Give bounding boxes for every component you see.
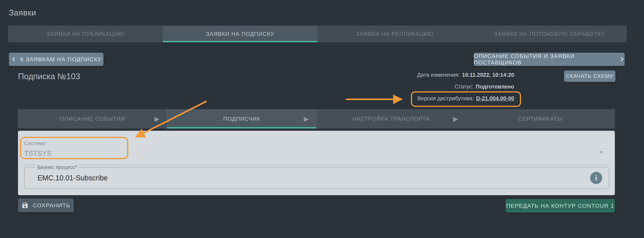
- tab-streaming-requests[interactable]: ЗАЯВКИ НА ПОТОКОВУЮ ОБРАБОТКУ: [472, 26, 627, 42]
- tab-label: ЗАЯВКИ НА ПОДПИСКУ: [206, 31, 274, 37]
- subscriber-form-card: Система* TSTSYS Бизнес процесс* EMC.10.0…: [18, 131, 615, 195]
- next-step-icon: ▶: [154, 115, 160, 122]
- modified-date-row: Дата изменения:10.11.2022, 10:14:20: [417, 72, 514, 78]
- page-title: Заявки: [9, 8, 36, 18]
- status-badge: Подготовлено: [476, 84, 514, 90]
- active-step-indicator: [167, 127, 316, 129]
- step-label: НАСТРОЙКА ТРАНСПОРТА: [352, 116, 430, 122]
- status-label: Статус:: [454, 84, 474, 90]
- tab-replication-requests[interactable]: ЗАЯВКИ НА РЕПЛИКАЦИЮ: [318, 26, 472, 42]
- step-label: СЕРТИФИКАТЫ: [518, 116, 563, 122]
- back-button-label: К ЗАЯВКАМ НА ПОДПИСКУ: [20, 56, 102, 63]
- step-label: ОПИСАНИЕ СОБЫТИЯ: [60, 116, 125, 122]
- tab-label: ЗАЯВКИ НА ПОТОКОВУЮ ОБРАБОТКУ: [494, 31, 605, 37]
- dropdown-arrow-icon[interactable]: [596, 148, 606, 157]
- step-label: ПОДПИСЧИК: [223, 116, 260, 122]
- modified-date-label: Дата изменения:: [417, 72, 460, 78]
- save-button[interactable]: СОХРАНИТЬ: [18, 199, 74, 212]
- active-tab-indicator: [163, 41, 318, 42]
- modified-date-value: 10.11.2022, 10:14:20: [462, 72, 514, 78]
- download-schema-label: СКАЧАТЬ СХЕМУ: [566, 73, 614, 79]
- save-icon: [22, 202, 28, 209]
- system-field-label: Система*: [24, 141, 608, 147]
- download-schema-button[interactable]: СКАЧАТЬ СХЕМУ: [564, 70, 616, 82]
- info-icon[interactable]: i: [590, 172, 602, 184]
- subscriptions-page: Заявки ЗАЯВКИ НА ПУБЛИКАЦИЮ ЗАЯВКИ НА ПО…: [0, 0, 644, 238]
- chevron-left-icon: [11, 56, 16, 62]
- back-to-subscriptions-button[interactable]: К ЗАЯВКАМ НА ПОДПИСКУ: [9, 53, 104, 66]
- tab-label: ЗАЯВКИ НА РЕПЛИКАЦИЮ: [356, 31, 434, 37]
- tab-label: ЗАЯВКИ НА ПУБЛИКАЦИЮ: [47, 31, 124, 37]
- transfer-to-contour-button[interactable]: ПЕРЕДАТЬ НА КОНТУР CONTOUR 1: [506, 199, 615, 213]
- system-select-value: TSTSYS: [24, 150, 608, 158]
- distributive-version-label: Версия дистрибутива:: [417, 95, 474, 101]
- required-asterisk: *: [46, 141, 47, 145]
- event-description-suppliers-button[interactable]: ОПИСАНИЕ СОБЫТИЯ И ЗАЯВКИ ПОСТАВЩИКОВ: [474, 53, 625, 66]
- distributive-version-row: Версия дистрибутива:D-21.004.00-00: [417, 95, 514, 101]
- status-row: Статус:Подготовлено: [454, 83, 514, 90]
- transfer-button-label: ПЕРЕДАТЬ НА КОНТУР CONTOUR 1: [506, 203, 614, 209]
- main-tab-bar: ЗАЯВКИ НА ПУБЛИКАЦИЮ ЗАЯВКИ НА ПОДПИСКУ …: [8, 26, 627, 42]
- next-step-icon: ▶: [453, 115, 458, 122]
- required-asterisk: *: [75, 165, 77, 170]
- step-tab-transport-settings[interactable]: НАСТРОЙКА ТРАНСПОРТА ▶: [316, 109, 466, 129]
- forward-button-label: ОПИСАНИЕ СОБЫТИЯ И ЗАЯВКИ ПОСТАВЩИКОВ: [474, 53, 614, 66]
- system-label-text: Система: [24, 141, 45, 146]
- system-select[interactable]: Система* TSTSYS: [24, 141, 608, 165]
- business-process-label: Бизнес процесс*: [35, 165, 79, 170]
- business-label-text: Бизнес процесс: [38, 165, 75, 170]
- chevron-right-icon: [619, 56, 625, 62]
- step-tab-certificates[interactable]: СЕРТИФИКАТЫ: [466, 109, 615, 129]
- next-step-icon: ▶: [304, 115, 309, 122]
- step-tab-subscriber[interactable]: ПОДПИСЧИК ▶: [167, 109, 316, 129]
- wizard-step-bar: ОПИСАНИЕ СОБЫТИЯ ▶ ПОДПИСЧИК ▶ НАСТРОЙКА…: [18, 109, 615, 129]
- save-button-label: СОХРАНИТЬ: [33, 202, 70, 209]
- subscription-meta: Дата изменения:10.11.2022, 10:14:20 Стат…: [417, 72, 514, 101]
- subscription-title: Подписка №103: [18, 72, 80, 81]
- distributive-version-link[interactable]: D-21.004.00-00: [476, 95, 514, 101]
- business-process-field[interactable]: Бизнес процесс* EMC.10.01-Subscribe i: [24, 167, 609, 189]
- business-process-value: EMC.10.01-Subscribe: [38, 174, 108, 182]
- step-tab-event-description[interactable]: ОПИСАНИЕ СОБЫТИЯ ▶: [18, 109, 167, 129]
- tab-publication-requests[interactable]: ЗАЯВКИ НА ПУБЛИКАЦИЮ: [8, 26, 163, 42]
- tab-subscription-requests[interactable]: ЗАЯВКИ НА ПОДПИСКУ: [163, 26, 318, 42]
